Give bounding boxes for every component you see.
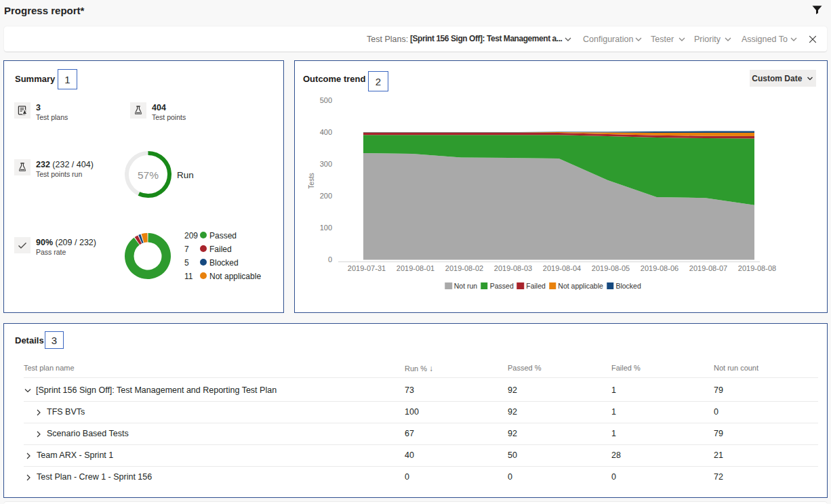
svg-text:0: 0 xyxy=(328,255,332,264)
svg-text:2019-08-07: 2019-08-07 xyxy=(689,264,727,272)
svg-text:2019-08-06: 2019-08-06 xyxy=(641,264,678,272)
svg-text:400: 400 xyxy=(320,128,332,136)
svg-text:300: 300 xyxy=(320,160,332,168)
svg-text:2019-08-03: 2019-08-03 xyxy=(494,264,532,272)
svg-text:2019-08-02: 2019-08-02 xyxy=(445,264,483,272)
svg-text:2019-07-31: 2019-07-31 xyxy=(348,264,386,272)
svg-text:200: 200 xyxy=(320,192,332,200)
svg-text:500: 500 xyxy=(320,96,332,104)
svg-text:2019-08-01: 2019-08-01 xyxy=(397,264,434,272)
svg-text:2019-08-04: 2019-08-04 xyxy=(543,264,581,272)
svg-text:2019-08-05: 2019-08-05 xyxy=(592,264,630,272)
svg-text:2019-08-08: 2019-08-08 xyxy=(738,264,776,272)
svg-text:100: 100 xyxy=(320,224,332,232)
svg-text:Tests: Tests xyxy=(308,173,315,188)
